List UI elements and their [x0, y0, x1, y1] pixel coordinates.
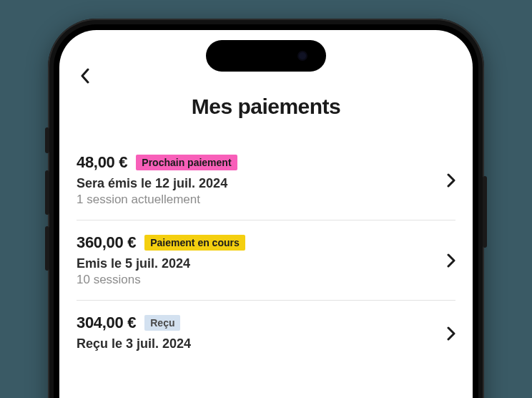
- chevron-left-icon: [80, 68, 90, 84]
- chevron-right-icon: [438, 326, 455, 341]
- phone-side-button: [45, 127, 49, 153]
- phone-screen: Mes paiements 48,00 € Prochain paiement …: [59, 30, 473, 398]
- payment-subtitle: Reçu le 3 juil. 2024: [77, 336, 438, 351]
- page-title: Mes paiements: [77, 94, 455, 119]
- payment-amount: 304,00 €: [77, 314, 136, 332]
- phone-side-button: [483, 176, 487, 248]
- payment-subtitle: Sera émis le 12 juil. 2024: [77, 176, 438, 191]
- status-badge: Reçu: [144, 315, 180, 331]
- phone-side-button: [45, 226, 49, 271]
- payment-meta: 1 session actuellement: [77, 193, 438, 207]
- payment-amount: 360,00 €: [77, 233, 136, 252]
- payment-row[interactable]: 304,00 € Reçu Reçu le 3 juil. 2024: [77, 301, 455, 366]
- status-badge: Paiement en cours: [144, 235, 245, 251]
- status-badge: Prochain paiement: [136, 155, 237, 170]
- phone-side-button: [45, 170, 49, 215]
- payment-subtitle: Emis le 5 juil. 2024: [77, 256, 438, 271]
- payment-amount: 48,00 €: [77, 153, 127, 172]
- back-button[interactable]: [75, 66, 95, 86]
- chevron-right-icon: [438, 173, 455, 188]
- chevron-right-icon: [438, 253, 455, 268]
- payment-row[interactable]: 48,00 € Prochain paiement Sera émis le 1…: [77, 140, 455, 220]
- phone-frame: Mes paiements 48,00 € Prochain paiement …: [48, 19, 484, 398]
- dynamic-island: [206, 40, 326, 72]
- payment-meta: 10 sessions: [77, 273, 438, 287]
- payment-row[interactable]: 360,00 € Paiement en cours Emis le 5 jui…: [77, 220, 455, 301]
